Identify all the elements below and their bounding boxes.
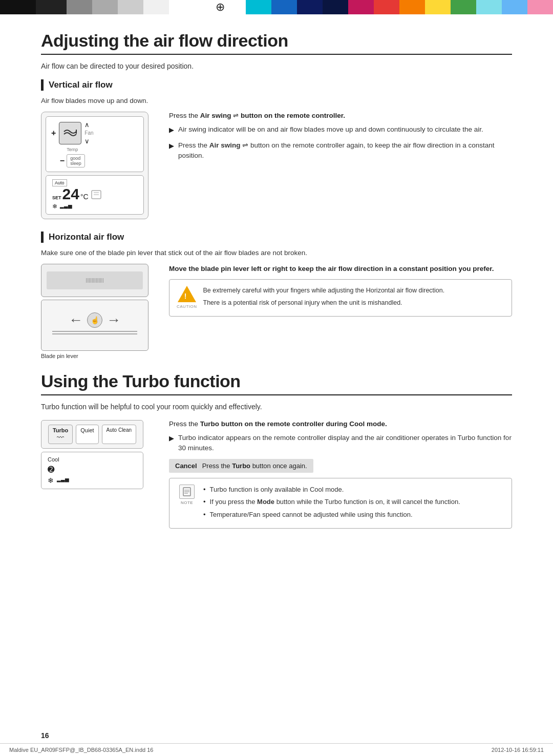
turbo-indicator: ➋ xyxy=(48,465,137,474)
color-block-r4 xyxy=(323,0,348,14)
turbo-right-col: Press the Turbo button on the remote con… xyxy=(169,420,512,529)
top-color-bar: ⊕ xyxy=(0,0,553,14)
note-item-2: • If you press the Mode button while the… xyxy=(203,497,460,507)
note-item-1: • Turbo function is only available in Co… xyxy=(203,485,460,495)
compass-icon: ⊕ xyxy=(216,1,225,14)
section1-title: Adjusting the air flow direction xyxy=(41,31,512,55)
section2-intro: Turbo function will be helpful to cool y… xyxy=(41,403,512,411)
air-swing-icon xyxy=(63,128,77,139)
cancel-text: Press the Turbo button once again. xyxy=(202,462,307,470)
sleep-button[interactable]: goodsleep xyxy=(67,154,85,167)
page-number: 16 xyxy=(41,731,49,740)
auto-clean-button[interactable]: Auto Clean xyxy=(102,425,136,444)
remote-display: Auto SET 24 °C xyxy=(46,175,144,215)
remote-top-area: + ∧ xyxy=(46,116,144,172)
caution-box: ! CAUTION Be extremely careful with your… xyxy=(169,279,512,317)
fan-arrows: ∧ Fan ∨ xyxy=(84,121,93,145)
color-block-r12 xyxy=(527,0,553,14)
cancel-label: Cancel xyxy=(175,462,197,470)
vertical-content: + ∧ xyxy=(41,112,512,219)
turbo-button[interactable]: Turbo 〰 xyxy=(48,425,73,444)
note-item-3: • Temperature/Fan speed cannot be adjust… xyxy=(203,510,460,520)
color-block-r1 xyxy=(246,0,271,14)
vent-lines: ||||||||||||||| xyxy=(86,278,103,283)
caution-text: Be extremely careful with your fingers w… xyxy=(203,286,445,308)
minus-button[interactable]: − xyxy=(60,156,65,165)
cancel-bar: Cancel Press the Turbo button once again… xyxy=(169,459,313,473)
temp-unit: °C xyxy=(80,193,89,201)
turbo-press-instruction: Press the Turbo button on the remote con… xyxy=(169,420,512,428)
turbo-display: Cool ➋ ❄ ▂▃▅ xyxy=(41,452,143,489)
subsection-vertical: Vertical air flow Air flow blades move u… xyxy=(41,79,512,219)
color-block-7 xyxy=(169,0,195,14)
caution-bullet-2: There is a potential risk of personal in… xyxy=(203,298,445,308)
auto-indicator: Auto xyxy=(52,180,137,185)
ac-unit-top: ||||||||||||||| xyxy=(41,264,148,297)
heading-bar xyxy=(41,79,44,91)
turbo-display-icons: ❄ ▂▃▅ xyxy=(48,476,137,485)
document-svg xyxy=(183,487,191,496)
note-item-2-text: If you press the Mode button while the T… xyxy=(210,497,460,507)
color-block-r8 xyxy=(425,0,451,14)
finger-icon: ☝ xyxy=(87,312,102,328)
right-arrow-icon: → xyxy=(107,312,121,328)
air-swing-button[interactable] xyxy=(59,122,81,144)
caution-triangle: ! xyxy=(178,286,196,302)
plus-button[interactable]: + xyxy=(51,129,56,138)
heading-bar-2 xyxy=(41,232,44,243)
blade-pin-label: Blade pin lever xyxy=(41,353,154,359)
quiet-button[interactable]: Quiet xyxy=(76,425,98,444)
note-icon-area: NOTE xyxy=(177,485,197,507)
arrow-icon-1: ▶ xyxy=(169,125,174,135)
color-block-r3 xyxy=(297,0,323,14)
horizontal-content: ||||||||||||||| ← ☝ → xyxy=(41,264,512,359)
signal-bars: ▂▃▅ xyxy=(57,476,69,485)
main-content: Adjusting the air flow direction Air flo… xyxy=(41,26,512,529)
note-items: • Turbo function is only available in Co… xyxy=(203,485,460,522)
note-document-icon xyxy=(179,485,195,499)
color-block-r9 xyxy=(451,0,476,14)
turbo-bullets: ▶ Turbo indicator appears on the remote … xyxy=(169,433,512,454)
turbo-content: Turbo 〰 Quiet Auto Clean Cool xyxy=(41,420,512,529)
left-arrow-icon: ← xyxy=(69,312,83,328)
caution-bullet-1: Be extremely careful with your fingers w… xyxy=(203,286,445,296)
horizontal-intro: Make sure one of the blade pin lever tha… xyxy=(41,249,512,257)
section1-intro: Air flow can be directed to your desired… xyxy=(41,62,512,70)
color-block-4 xyxy=(92,0,118,14)
section2-title: Using the Turbo function xyxy=(41,371,512,395)
turbo-remote-col: Turbo 〰 Quiet Auto Clean Cool xyxy=(41,420,154,489)
remote-col: + ∧ xyxy=(41,112,154,219)
color-block-3 xyxy=(67,0,92,14)
blade-lines xyxy=(52,331,137,339)
caution-label: CAUTION xyxy=(177,304,197,310)
bullet-text-1: Air swing indicator will be on and air f… xyxy=(178,124,483,135)
top-bar-right xyxy=(246,0,553,14)
fan-speed-icon: ❄ xyxy=(48,476,54,485)
color-block-r2 xyxy=(271,0,297,14)
color-block-5 xyxy=(118,0,143,14)
bullet-item-1: ▶ Air swing indicator will be on and air… xyxy=(169,124,512,135)
ac-unit-col: ||||||||||||||| ← ☝ → xyxy=(41,264,154,359)
ac-unit-body: ||||||||||||||| xyxy=(47,271,142,289)
set-label: SET xyxy=(52,195,61,200)
footer-left: Maldive EU_AR09FSFP@_IB_DB68-03365A_EN.i… xyxy=(9,747,153,753)
horiz-right-col: Move the blade pin lever left or right t… xyxy=(169,264,512,317)
cool-label: Cool xyxy=(48,456,137,463)
display-icons: ❄ ▂▃▅ xyxy=(52,203,137,210)
caution-icon-area: ! CAUTION xyxy=(177,286,197,310)
remote-controller: + ∧ xyxy=(41,112,148,219)
footer-right: 2012-10-16 16:59:11 xyxy=(492,747,544,753)
arrow-icon-2: ▶ xyxy=(169,141,174,161)
color-block-r7 xyxy=(399,0,425,14)
section-turbo: Using the Turbo function Turbo function … xyxy=(41,371,512,529)
color-block-r11 xyxy=(502,0,527,14)
turbo-bullet-1: ▶ Turbo indicator appears on the remote … xyxy=(169,433,512,454)
bold-instruction: Move the blade pin lever left or right t… xyxy=(169,264,512,274)
color-block-1 xyxy=(0,0,36,14)
top-bar-center: ⊕ xyxy=(195,0,246,14)
vertical-heading: Vertical air flow xyxy=(41,79,512,91)
bullet-text-2: Press the Air swing ⇌ button on the remo… xyxy=(178,140,512,161)
horizontal-heading: Horizontal air flow xyxy=(41,232,512,243)
hand-adjust-area: ← ☝ → xyxy=(41,300,148,351)
turbo-btn-row: Turbo 〰 Quiet Auto Clean xyxy=(47,425,138,444)
